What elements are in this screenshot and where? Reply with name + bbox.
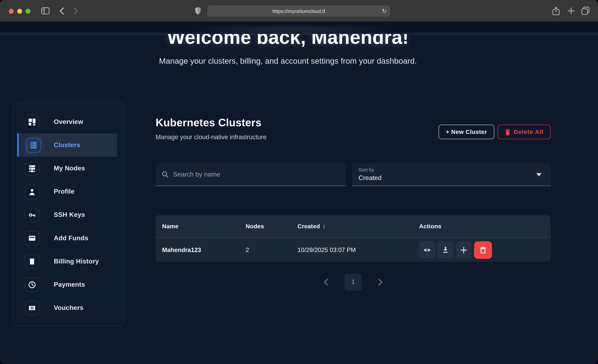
column-header-created[interactable]: Created↕ (298, 223, 419, 230)
sort-label: Sort by (358, 167, 545, 173)
next-page-button[interactable] (378, 278, 383, 286)
sidebar-item-label: Overview (54, 118, 83, 126)
row-actions (419, 241, 551, 259)
sidebar-item-clusters[interactable]: Clusters (17, 133, 117, 157)
privacy-shield-icon[interactable] (193, 0, 203, 22)
sidebar-item-add-funds[interactable]: Add Funds (17, 226, 117, 250)
hero-top-band (0, 22, 598, 34)
sort-dropdown[interactable]: Sort by Created (352, 163, 551, 186)
key-icon (25, 207, 39, 222)
sidebar-item-label: Billing History (54, 257, 99, 265)
share-icon (552, 6, 560, 16)
section-subtitle: Manage your cloud-native infrastructure (156, 133, 266, 141)
node-network-icon (25, 161, 39, 175)
clusters-table: Name Nodes Created↕ Actions Mahendra123 … (156, 215, 551, 262)
page-title: Welcome back, Mahendra! (0, 34, 576, 47)
back-arrow-icon (59, 7, 64, 15)
page-subtitle: Manage your clusters, billing, and accou… (0, 56, 576, 66)
sidebar-item-vouchers[interactable]: Vouchers (17, 296, 117, 319)
new-cluster-label: + New Cluster (446, 128, 487, 135)
back-button[interactable] (57, 0, 66, 22)
person-icon (25, 184, 39, 199)
cluster-name-cell: Mahendra123 (162, 247, 246, 253)
previous-page-button[interactable] (324, 278, 328, 286)
delete-cluster-button[interactable] (474, 241, 492, 259)
column-header-name: Name (162, 223, 246, 230)
sidebar-item-payments[interactable]: Payments (17, 273, 117, 296)
ticket-percent-icon (25, 301, 39, 315)
new-cluster-button[interactable]: + New Cluster (439, 124, 494, 139)
sidebar-item-label: Add Funds (54, 234, 88, 242)
sidebar-item-label: Vouchers (54, 304, 83, 312)
sidebar-item-label: Payments (54, 281, 85, 288)
pagination: 1 (156, 271, 551, 293)
new-tab-button[interactable] (566, 0, 576, 22)
section-title: Kubernetes Clusters (156, 117, 266, 129)
search-icon (162, 171, 168, 178)
delete-all-button[interactable]: Delete All (498, 124, 551, 139)
tabs-icon (581, 7, 590, 15)
sort-selected-value: Created (358, 174, 545, 182)
cluster-nodes-cell: 2 (246, 247, 298, 253)
sidebar-item-label: Clusters (54, 141, 80, 149)
forward-button[interactable] (71, 0, 81, 22)
sidebar-item-overview[interactable]: Overview (17, 110, 117, 133)
table-row: Mahendra123 2 10/29/2025 03:07 PM (156, 238, 551, 262)
page-content: Welcome back, Mahendra! Manage your clus… (0, 22, 598, 364)
receipt-icon (25, 254, 39, 269)
column-header-actions: Actions (419, 223, 551, 230)
search-box[interactable] (156, 163, 346, 186)
sidebar-nav: Overview Clusters (13, 102, 125, 326)
reload-icon[interactable]: ↻ (382, 7, 387, 15)
chevron-down-icon (536, 173, 541, 176)
plus-icon (460, 247, 467, 253)
sidebar-toggle-button[interactable] (40, 0, 51, 22)
delete-all-label: Delete All (514, 128, 543, 135)
sidebar-item-ssh-keys[interactable]: SSH Keys (17, 203, 117, 226)
trash-icon (480, 246, 486, 254)
sidebar-item-my-nodes[interactable]: My Nodes (17, 157, 117, 180)
table-header-row: Name Nodes Created↕ Actions (156, 215, 551, 238)
download-icon (442, 246, 449, 254)
sidebar-item-billing-history[interactable]: Billing History (17, 250, 117, 273)
zoom-window-button[interactable] (25, 9, 31, 14)
share-button[interactable] (551, 0, 561, 22)
sidebar-item-profile[interactable]: Profile (17, 180, 117, 203)
sidebar-item-label: SSH Keys (54, 211, 85, 219)
server-stack-icon (26, 138, 41, 152)
sidebar-toggle-icon (41, 7, 50, 15)
minimize-window-button[interactable] (17, 9, 22, 14)
credit-card-icon (25, 231, 39, 245)
chevron-right-icon (378, 278, 383, 286)
tab-overview-button[interactable] (580, 0, 591, 22)
browser-window: https://myceliumcloud.tf ↻ (0, 0, 598, 364)
sidebar-item-label: Profile (54, 188, 75, 195)
sidebar-item-label: My Nodes (54, 165, 85, 172)
url-text: https://myceliumcloud.tf (273, 8, 325, 14)
address-bar[interactable]: https://myceliumcloud.tf ↻ (208, 5, 390, 17)
eye-icon (424, 246, 431, 254)
sort-arrows-icon: ↕ (323, 223, 326, 229)
forward-arrow-icon (73, 7, 78, 15)
clock-icon (25, 277, 39, 292)
hero-title-clip: Welcome back, Mahendra! (0, 34, 576, 51)
hero-glow (179, 25, 404, 34)
trash-icon (505, 129, 511, 135)
view-cluster-button[interactable] (419, 241, 435, 259)
page-number-button[interactable]: 1 (344, 273, 362, 291)
cluster-created-cell: 10/29/2025 03:07 PM (298, 247, 419, 253)
chevron-left-icon (324, 278, 328, 286)
download-kubeconfig-button[interactable] (438, 241, 454, 259)
plus-icon (567, 7, 575, 15)
add-node-button[interactable] (456, 241, 472, 259)
dashboard-icon (25, 115, 39, 129)
search-input[interactable] (173, 171, 340, 178)
close-window-button[interactable] (9, 9, 14, 14)
column-header-nodes: Nodes (246, 223, 298, 230)
browser-toolbar: https://myceliumcloud.tf ↻ (0, 0, 598, 22)
